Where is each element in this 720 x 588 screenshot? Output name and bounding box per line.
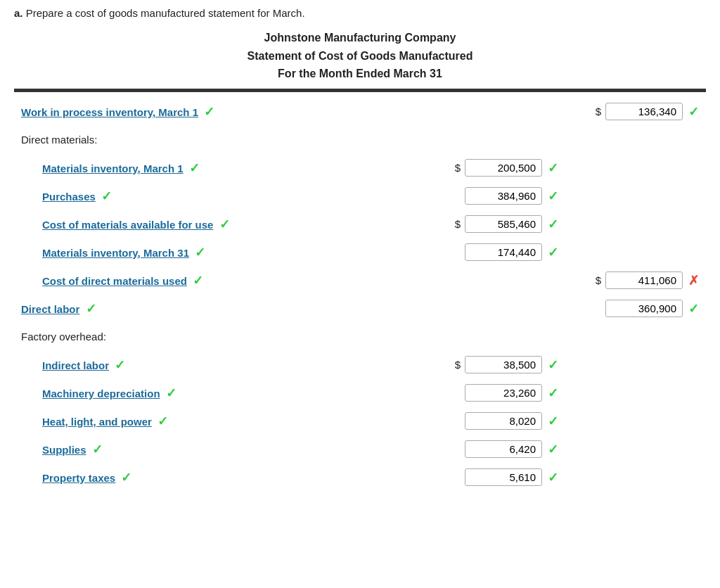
purchases-input[interactable] xyxy=(465,187,542,205)
purchases-label[interactable]: Purchases xyxy=(42,191,96,203)
purchases-value-col: ✓ xyxy=(418,187,558,205)
heat-light-value-check: ✓ xyxy=(548,414,558,429)
cost-mat-avail-label-area: Cost of materials available for use ✓ xyxy=(42,217,418,232)
indirect-labor-label[interactable]: Indirect labor xyxy=(42,359,109,371)
wip-march1-dollar: $ xyxy=(596,106,601,117)
property-taxes-row: Property taxes ✓ ✓ xyxy=(21,464,699,492)
company-name: Johnstone Manufacturing Company xyxy=(14,29,706,47)
indirect-labor-check: ✓ xyxy=(115,358,125,372)
supplies-check: ✓ xyxy=(92,442,103,456)
factory-overhead-header-row: Factory overhead: xyxy=(21,323,699,351)
property-taxes-label[interactable]: Property taxes xyxy=(42,472,115,484)
supplies-label-area: Supplies ✓ xyxy=(42,442,418,457)
heat-light-label-area: Heat, light, and power ✓ xyxy=(42,414,418,429)
heat-light-value-col: ✓ xyxy=(418,412,558,430)
indirect-labor-value-check: ✓ xyxy=(548,357,558,373)
indirect-labor-value-col: $ ✓ xyxy=(418,356,558,373)
property-taxes-label-area: Property taxes ✓ xyxy=(42,470,418,485)
factory-overhead-label: Factory overhead: xyxy=(21,331,699,343)
intro-label: a. xyxy=(14,7,23,19)
direct-labor-label-area: Direct labor ✓ xyxy=(21,301,418,317)
machinery-dep-input[interactable] xyxy=(465,384,542,402)
direct-labor-input[interactable] xyxy=(605,300,683,317)
statement-body: Work in process inventory, March 1 ✓ $ ✓… xyxy=(14,98,706,492)
heat-light-row: Heat, light, and power ✓ ✓ xyxy=(21,407,699,435)
cost-direct-mat-x: ✗ xyxy=(688,273,699,288)
mat-inv-march1-row: Materials inventory, March 1 ✓ $ ✓ xyxy=(21,154,699,182)
wip-march1-check: ✓ xyxy=(204,105,214,119)
supplies-value-col: ✓ xyxy=(418,440,558,458)
intro-description: Prepare a cost of goods manufactured sta… xyxy=(26,7,305,19)
cost-direct-mat-label-area: Cost of direct materials used ✓ xyxy=(42,273,418,288)
wip-march1-value-col: $ ✓ xyxy=(558,103,699,120)
direct-materials-label: Direct materials: xyxy=(21,134,699,146)
machinery-dep-row: Machinery depreciation ✓ ✓ xyxy=(21,379,699,407)
cost-direct-mat-check: ✓ xyxy=(193,274,203,288)
direct-materials-header-row: Direct materials: xyxy=(21,126,699,154)
property-taxes-check: ✓ xyxy=(121,471,131,485)
supplies-label[interactable]: Supplies xyxy=(42,444,86,456)
indirect-labor-input[interactable] xyxy=(465,356,542,373)
heat-light-check: ✓ xyxy=(158,414,168,428)
cost-mat-avail-value-col: $ ✓ xyxy=(418,215,558,233)
direct-labor-label[interactable]: Direct labor xyxy=(21,303,79,315)
supplies-row: Supplies ✓ ✓ xyxy=(21,435,699,464)
heat-light-label[interactable]: Heat, light, and power xyxy=(42,416,152,428)
wip-march1-row: Work in process inventory, March 1 ✓ $ ✓ xyxy=(21,98,699,126)
indirect-labor-row: Indirect labor ✓ $ ✓ xyxy=(21,351,699,379)
direct-labor-check: ✓ xyxy=(86,302,96,316)
wip-march1-label-area: Work in process inventory, March 1 ✓ xyxy=(21,104,558,120)
cost-mat-avail-row: Cost of materials available for use ✓ $ … xyxy=(21,210,699,238)
property-taxes-input[interactable] xyxy=(465,468,542,486)
mat-inv-march1-check: ✓ xyxy=(189,161,200,175)
machinery-dep-value-check: ✓ xyxy=(548,385,558,401)
mat-inv-march1-dollar: $ xyxy=(455,162,461,174)
cost-direct-mat-dollar: $ xyxy=(596,274,601,286)
supplies-value-check: ✓ xyxy=(548,442,558,457)
machinery-dep-value-col: ✓ xyxy=(418,384,558,402)
machinery-dep-label-area: Machinery depreciation ✓ xyxy=(42,385,418,401)
direct-labor-value-check: ✓ xyxy=(688,301,699,317)
machinery-dep-check: ✓ xyxy=(166,386,176,400)
mat-inv-march31-label[interactable]: Materials inventory, March 31 xyxy=(42,247,189,259)
cost-direct-mat-input[interactable] xyxy=(605,271,683,289)
company-header: Johnstone Manufacturing Company Statemen… xyxy=(14,29,706,83)
wip-march1-label[interactable]: Work in process inventory, March 1 xyxy=(21,106,198,118)
machinery-dep-label[interactable]: Machinery depreciation xyxy=(42,388,160,400)
mat-inv-march1-label-area: Materials inventory, March 1 ✓ xyxy=(42,160,418,176)
purchases-label-area: Purchases ✓ xyxy=(42,188,418,204)
indirect-labor-dollar: $ xyxy=(455,359,461,371)
cost-mat-avail-dollar: $ xyxy=(455,218,461,230)
mat-inv-march31-value-col: ✓ xyxy=(418,243,558,261)
mat-inv-march1-label[interactable]: Materials inventory, March 1 xyxy=(42,162,184,174)
property-taxes-value-col: ✓ xyxy=(418,468,558,486)
direct-labor-value-col: ✓ xyxy=(558,300,699,317)
mat-inv-march31-label-area: Materials inventory, March 31 ✓ xyxy=(42,245,418,260)
purchases-value-check: ✓ xyxy=(548,188,558,204)
indirect-labor-label-area: Indirect labor ✓ xyxy=(42,357,418,373)
mat-inv-march31-row: Materials inventory, March 31 ✓ ✓ xyxy=(21,238,699,267)
mat-inv-march1-input[interactable] xyxy=(465,159,542,177)
wip-march1-input[interactable] xyxy=(605,103,683,120)
cost-direct-mat-value-col: $ ✗ xyxy=(558,271,699,289)
wip-march1-value-check: ✓ xyxy=(688,104,699,120)
mat-inv-march1-value-check: ✓ xyxy=(548,160,558,176)
purchases-row: Purchases ✓ ✓ xyxy=(21,182,699,210)
cost-mat-avail-label[interactable]: Cost of materials available for use xyxy=(42,219,213,231)
purchases-check: ✓ xyxy=(101,189,112,203)
statement-title: Statement of Cost of Goods Manufactured xyxy=(14,47,706,65)
property-taxes-value-check: ✓ xyxy=(548,470,558,485)
cost-direct-mat-row: Cost of direct materials used ✓ $ ✗ xyxy=(21,267,699,295)
intro-text: a. Prepare a cost of goods manufactured … xyxy=(14,7,706,19)
cost-direct-mat-label[interactable]: Cost of direct materials used xyxy=(42,275,187,287)
cost-mat-avail-check: ✓ xyxy=(219,217,230,231)
supplies-input[interactable] xyxy=(465,440,542,458)
bottom-divider xyxy=(14,90,706,92)
statement-period: For the Month Ended March 31 xyxy=(14,65,706,83)
heat-light-input[interactable] xyxy=(465,412,542,430)
mat-inv-march1-value-col: $ ✓ xyxy=(418,159,558,177)
mat-inv-march31-input[interactable] xyxy=(465,243,542,261)
cost-mat-avail-input[interactable] xyxy=(465,215,542,233)
cost-mat-avail-value-check: ✓ xyxy=(548,217,558,232)
mat-inv-march31-value-check: ✓ xyxy=(548,245,558,260)
